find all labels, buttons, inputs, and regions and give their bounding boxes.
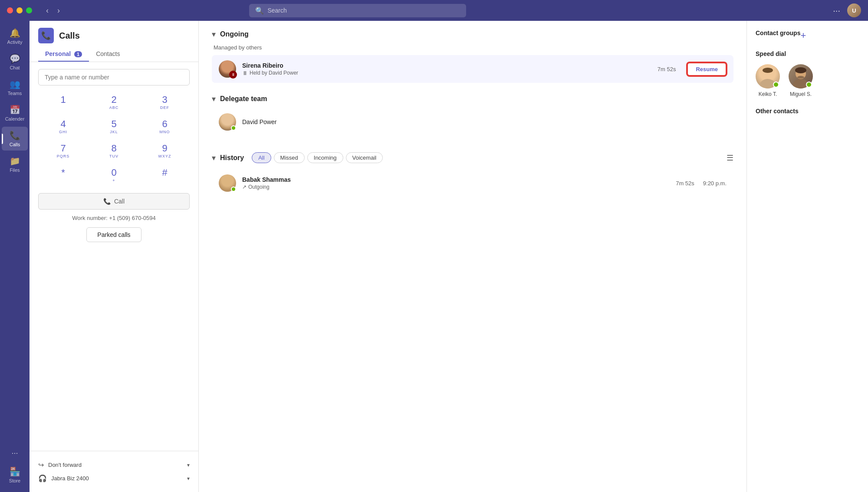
sidebar-item-calls[interactable]: 📞 Calls (2, 127, 28, 151)
ongoing-toggle[interactable]: ▾ (212, 30, 216, 39)
calls-tabs: Personal 1 Contacts (38, 47, 190, 62)
close-button[interactable] (7, 7, 13, 13)
calls-icon: 📞 (10, 130, 20, 141)
forward-setting-row[interactable]: ↪ Don't forward ▾ (38, 458, 190, 472)
titlebar: ‹ › 🔍 ··· U (0, 0, 868, 21)
app-body: 🔔 Activity 💬 Chat 👥 Teams 📅 Calender 📞 C… (0, 21, 868, 492)
dialpad-key-2[interactable]: 2 ABC (89, 91, 139, 114)
david-status-dot (231, 125, 236, 131)
svg-point-2 (763, 68, 773, 73)
history-item: Babak Shammas ↗ Outgoing 7m 52s 9:20 p.m… (212, 170, 733, 196)
sidebar: 🔔 Activity 💬 Chat 👥 Teams 📅 Calender 📞 C… (0, 21, 30, 492)
hold-status-icon: ⏸ (242, 70, 248, 76)
dialpad-area: 1 2 ABC 3 DEF 4 GHI (30, 62, 198, 255)
calls-title-row: 📞 Calls (38, 28, 190, 43)
device-setting-row[interactable]: 🎧 Jabra Biz 2400 ▾ (38, 472, 190, 485)
ongoing-call-item: ⏸ Sirena Ribeiro ⏸ Held by David Power 7… (212, 55, 733, 83)
history-call-type: ↗ Outgoing (242, 184, 670, 190)
add-contact-button[interactable]: + (800, 30, 806, 41)
call-button-label: Call (114, 198, 125, 205)
chat-icon: 💬 (10, 53, 20, 64)
svg-point-5 (795, 67, 806, 73)
contact-groups-title: Contact groups (756, 30, 800, 36)
dialpad-key-9[interactable]: 9 WXYZ (140, 139, 190, 163)
tab-contacts[interactable]: Contacts (89, 47, 127, 62)
history-toggle[interactable]: ▾ (212, 153, 216, 163)
sidebar-item-activity[interactable]: 🔔 Activity (2, 24, 28, 48)
filter-voicemail[interactable]: Voicemail (346, 152, 383, 163)
sidebar-item-files[interactable]: 📁 Files (2, 152, 28, 176)
delegate-toggle[interactable]: ▾ (212, 94, 216, 104)
dialpad-key-8[interactable]: 8 TUV (89, 139, 139, 163)
speed-dial-keiko[interactable]: Keiko T. (756, 64, 780, 97)
more-options-icon[interactable]: ··· (833, 6, 840, 16)
dialpad-key-1[interactable]: 1 (38, 91, 88, 114)
personal-badge: 1 (74, 51, 82, 57)
sidebar-item-calendar[interactable]: 📅 Calender (2, 101, 28, 125)
files-icon: 📁 (10, 156, 20, 166)
dialpad-key-7[interactable]: 7 PQRS (38, 139, 88, 163)
sidebar-item-store[interactable]: 🏪 Store (2, 463, 28, 487)
babak-avatar (219, 174, 236, 192)
sidebar-item-teams[interactable]: 👥 Teams (2, 75, 28, 99)
ongoing-header: ▾ Ongoing (212, 30, 733, 39)
miguel-name: Miguel S. (790, 91, 812, 97)
svg-point-6 (797, 76, 804, 79)
search-input[interactable] (267, 7, 460, 14)
speed-dial-grid: Keiko T. Migu (756, 64, 859, 97)
call-button-icon: 📞 (103, 198, 111, 205)
dialpad-key-star[interactable]: * (38, 164, 88, 187)
call-status: ⏸ Held by David Power (242, 70, 651, 76)
filter-missed[interactable]: Missed (274, 152, 305, 163)
parked-calls-button[interactable]: Parked calls (86, 227, 141, 242)
outgoing-icon: ↗ (242, 184, 247, 190)
maximize-button[interactable] (26, 7, 32, 13)
dialpad-key-5[interactable]: 5 JKL (89, 115, 139, 138)
resume-button[interactable]: Resume (687, 62, 727, 76)
titlebar-right: ··· U (833, 3, 861, 17)
history-header: ▾ History All Missed Incoming Voicemail … (212, 152, 733, 163)
calls-header: 📞 Calls Personal 1 Contacts (30, 21, 198, 62)
calls-title: Calls (59, 31, 80, 41)
tab-personal[interactable]: Personal 1 (38, 47, 89, 62)
sidebar-item-more[interactable]: ··· (2, 445, 28, 461)
delegate-item: David Power (212, 109, 733, 135)
keiko-avatar (756, 64, 780, 89)
number-input[interactable] (38, 69, 190, 85)
delegate-name: David Power (242, 118, 276, 125)
sidebar-item-chat[interactable]: 💬 Chat (2, 50, 28, 74)
delegate-section: ▾ Delegate team David Power (199, 94, 746, 144)
history-time: 9:20 p.m. (703, 180, 727, 187)
speed-dial-miguel[interactable]: Miguel S. (789, 64, 813, 97)
call-button[interactable]: 📞 Call (38, 193, 190, 210)
dialpad-footer: ↪ Don't forward ▾ 🎧 Jabra Biz 2400 ▾ (30, 451, 198, 492)
user-avatar[interactable]: U (847, 3, 861, 17)
dialpad-key-0[interactable]: 0 + (89, 164, 139, 187)
content: 📞 Calls Personal 1 Contacts (30, 21, 868, 492)
history-filter-icon[interactable]: ☰ (727, 153, 733, 163)
calls-panel: 📞 Calls Personal 1 Contacts (30, 21, 199, 492)
keiko-name: Keiko T. (759, 91, 777, 97)
traffic-lights (7, 7, 32, 13)
sidebar-item-label: Files (10, 167, 20, 173)
dialpad-key-3[interactable]: 3 DEF (140, 91, 190, 114)
dialpad-key-hash[interactable]: # (140, 164, 190, 187)
history-meta: 7m 52s 9:20 p.m. (676, 180, 727, 187)
filter-incoming[interactable]: Incoming (307, 152, 343, 163)
dialpad-key-4[interactable]: 4 GHI (38, 115, 88, 138)
dialpad-key-6[interactable]: 6 MNO (140, 115, 190, 138)
forward-button[interactable]: › (54, 4, 63, 17)
minimize-button[interactable] (16, 7, 23, 13)
filter-all[interactable]: All (252, 152, 271, 163)
other-contacts-title: Other contacts (756, 108, 859, 115)
forward-icon: ↪ (38, 461, 44, 469)
history-section: ▾ History All Missed Incoming Voicemail … (199, 144, 746, 205)
search-bar[interactable]: 🔍 (249, 4, 466, 17)
more-icon: ··· (11, 449, 18, 458)
hold-indicator: ⏸ (229, 71, 237, 79)
activity-icon: 🔔 (10, 28, 20, 38)
ongoing-title: Ongoing (220, 30, 249, 38)
ongoing-section: ▾ Ongoing Managed by others ⏸ Sirena Rib… (199, 21, 746, 94)
right-panel: Contact groups + Speed dial (746, 21, 868, 492)
back-button[interactable]: ‹ (43, 4, 52, 17)
